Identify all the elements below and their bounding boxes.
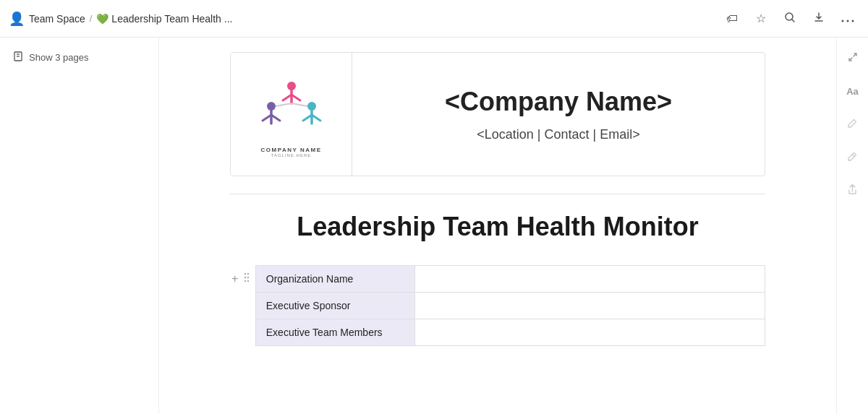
svg-point-16 — [307, 102, 316, 111]
svg-line-11 — [292, 95, 300, 100]
search-icon — [784, 12, 796, 26]
star-icon: ☆ — [756, 12, 766, 25]
team-space-avatar-icon: 👤 — [9, 11, 25, 27]
edit1-button[interactable] — [841, 113, 864, 136]
header-card: COMPANY NAME TAGLINE HERE <Company Name>… — [230, 52, 765, 176]
svg-point-22 — [244, 273, 246, 275]
table-handle-area: + — [230, 265, 255, 287]
breadcrumb-separator: / — [90, 13, 93, 24]
logo-section: COMPANY NAME TAGLINE HERE — [231, 53, 352, 176]
breadcrumb: 👤 Team Space / 💚 Leadership Team Health … — [9, 11, 232, 27]
table-value-cell[interactable] — [414, 266, 765, 293]
tag-button[interactable]: 🏷 — [720, 7, 744, 30]
pages-icon — [13, 51, 25, 64]
topbar-left: 👤 Team Space / 💚 Leadership Team Health … — [9, 11, 232, 27]
table-label-cell: Executive Sponsor — [255, 293, 414, 319]
show-pages-button[interactable]: Show 3 pages — [9, 48, 93, 67]
left-sidebar: Show 3 pages — [0, 38, 159, 414]
svg-point-26 — [244, 280, 246, 282]
company-logo — [255, 72, 328, 144]
favorite-button[interactable]: ☆ — [749, 7, 773, 30]
company-name: <Company Name> — [445, 87, 672, 117]
font-button[interactable]: Aa — [841, 79, 864, 103]
more-icon — [841, 12, 854, 25]
svg-point-12 — [267, 102, 276, 111]
svg-point-24 — [244, 277, 246, 278]
breadcrumb-team-space[interactable]: 👤 Team Space — [9, 11, 85, 27]
main-layout: Show 3 pages — [0, 38, 868, 414]
font-icon: Aa — [846, 86, 859, 97]
info-table: Organization NameExecutive SponsorExecut… — [255, 265, 765, 346]
download-icon — [813, 12, 825, 26]
svg-point-4 — [852, 20, 854, 22]
edit2-button[interactable] — [841, 146, 864, 169]
svg-line-14 — [263, 115, 271, 121]
expand-icon — [847, 51, 859, 65]
svg-point-8 — [287, 82, 296, 90]
svg-point-25 — [247, 277, 249, 278]
svg-line-20 — [276, 103, 292, 106]
edit2-icon — [847, 151, 858, 164]
svg-point-2 — [842, 20, 844, 22]
doc-divider — [230, 194, 765, 194]
table-label-cell: Executive Team Members — [255, 319, 414, 346]
table-row: Executive Sponsor — [255, 293, 765, 319]
breadcrumb-doc-title[interactable]: 💚 Leadership Team Health ... — [96, 13, 232, 25]
doc-content: COMPANY NAME TAGLINE HERE <Company Name>… — [230, 38, 765, 346]
svg-point-27 — [247, 280, 249, 282]
svg-line-1 — [792, 19, 795, 22]
expand-button[interactable] — [841, 46, 864, 69]
topbar-right: 🏷 ☆ — [720, 7, 859, 30]
share-icon — [847, 184, 858, 197]
search-button[interactable] — [778, 7, 801, 30]
topbar: 👤 Team Space / 💚 Leadership Team Health … — [0, 0, 868, 38]
svg-line-28 — [852, 155, 855, 158]
table-value-cell[interactable] — [414, 293, 765, 319]
svg-line-18 — [303, 115, 312, 121]
logo-company-name: COMPANY NAME — [261, 147, 322, 153]
add-row-button[interactable]: + — [230, 271, 239, 287]
edit1-icon — [847, 118, 858, 131]
svg-line-21 — [292, 103, 307, 106]
table-value-cell[interactable] — [414, 319, 765, 346]
table-label-cell: Organization Name — [255, 266, 414, 293]
drag-handle[interactable] — [242, 271, 251, 284]
more-options-button[interactable] — [836, 7, 859, 30]
table-wrapper: + Organization NameExecutive Spons — [230, 265, 765, 346]
table-row: Organization Name — [255, 266, 765, 293]
svg-line-19 — [312, 115, 320, 121]
show-pages-label: Show 3 pages — [29, 52, 88, 63]
right-sidebar: Aa — [836, 38, 868, 414]
share-button[interactable] — [841, 179, 864, 202]
svg-point-3 — [847, 20, 849, 22]
company-sub: <Location | Contact | Email> — [477, 127, 639, 142]
svg-line-10 — [283, 95, 292, 100]
doc-title: Leadership Team Health Monitor — [230, 212, 765, 242]
content-area: COMPANY NAME TAGLINE HERE <Company Name>… — [159, 38, 836, 414]
logo-tagline: TAGLINE HERE — [271, 153, 312, 158]
company-info-section: <Company Name> <Location | Contact | Ema… — [352, 53, 765, 176]
table-row: Executive Team Members — [255, 319, 765, 346]
svg-point-23 — [247, 273, 249, 275]
tag-icon: 🏷 — [726, 12, 738, 25]
team-space-label: Team Space — [29, 13, 85, 25]
svg-line-15 — [271, 115, 280, 121]
download-button[interactable] — [807, 7, 830, 30]
